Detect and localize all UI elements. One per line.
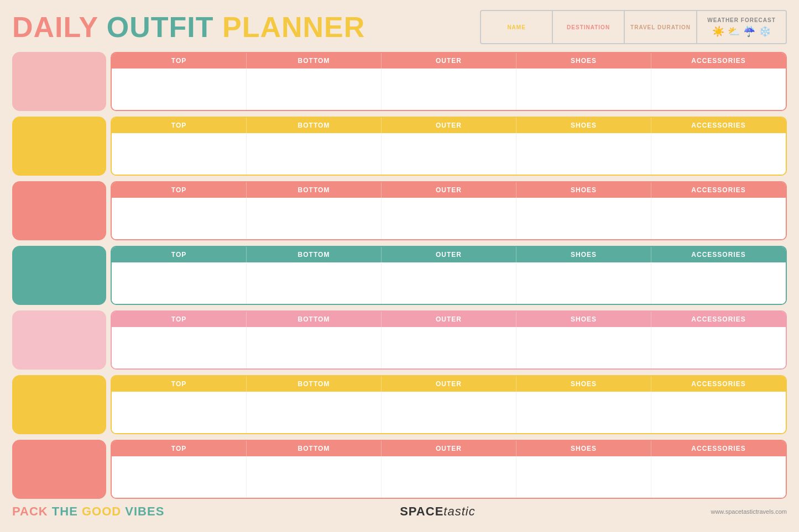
name-cell[interactable]: NAME [481, 11, 553, 43]
col-shoes-2: SHOES [516, 118, 651, 133]
outfit-body-3 [112, 198, 786, 239]
col-bottom-4: BOTTOM [247, 247, 382, 262]
weather-icons: ☀️ ⛅ ☔ ❄️ [712, 25, 771, 38]
body-top-1[interactable] [112, 69, 247, 110]
col-outer-3: OUTER [382, 182, 516, 198]
body-accessories-3[interactable] [651, 198, 786, 239]
outfit-body-5 [112, 327, 786, 368]
body-bottom-2[interactable] [247, 133, 382, 175]
brand-space: SPACE [400, 504, 443, 518]
body-outer-1[interactable] [382, 69, 516, 110]
body-top-5[interactable] [112, 327, 247, 368]
col-shoes-5: SHOES [516, 312, 651, 327]
body-shoes-5[interactable] [516, 327, 651, 368]
col-bottom-1: BOTTOM [247, 53, 382, 69]
body-outer-4[interactable] [382, 262, 516, 304]
body-accessories-5[interactable] [651, 327, 786, 368]
body-accessories-1[interactable] [651, 69, 786, 110]
body-outer-5[interactable] [382, 327, 516, 368]
weather-forecast-label: WEATHER FORECAST [707, 17, 776, 23]
body-accessories-7[interactable] [651, 456, 786, 498]
body-top-7[interactable] [112, 456, 247, 498]
body-outer-6[interactable] [382, 392, 516, 433]
outfit-header-4: TOP BOTTOM OUTER SHOES ACCESSORIES [112, 247, 786, 262]
body-bottom-7[interactable] [247, 456, 382, 498]
footer-pack: PACK [12, 504, 48, 518]
body-accessories-2[interactable] [651, 133, 786, 175]
body-shoes-4[interactable] [516, 262, 651, 304]
footer-vibes: VIBES [125, 504, 164, 518]
outfit-header-3: TOP BOTTOM OUTER SHOES ACCESSORIES [112, 182, 786, 198]
col-top-5: TOP [112, 312, 247, 327]
outfit-row-4: TOP BOTTOM OUTER SHOES ACCESSORIES [12, 246, 787, 305]
outfit-row-1: TOP BOTTOM OUTER SHOES ACCESSORIES [12, 52, 787, 111]
body-outer-7[interactable] [382, 456, 516, 498]
body-top-2[interactable] [112, 133, 247, 175]
title-outfit: OUTFIT [107, 11, 214, 43]
col-top-7: TOP [112, 441, 247, 456]
body-top-3[interactable] [112, 198, 247, 239]
outfit-header-7: TOP BOTTOM OUTER SHOES ACCESSORIES [112, 441, 786, 456]
cloud-icon: ⛅ [728, 25, 740, 38]
day-box-7 [12, 440, 106, 499]
col-outer-5: OUTER [382, 312, 516, 327]
footer-url: www.spacetastictravels.com [711, 508, 787, 515]
outfit-table-2: TOP BOTTOM OUTER SHOES ACCESSORIES [111, 117, 787, 176]
body-bottom-4[interactable] [247, 262, 382, 304]
col-top-4: TOP [112, 247, 247, 262]
footer-tagline: PACK THE GOOD VIBES [12, 504, 164, 519]
body-top-4[interactable] [112, 262, 247, 304]
body-top-6[interactable] [112, 392, 247, 433]
footer-good: GOOD [82, 504, 121, 518]
col-shoes-7: SHOES [516, 441, 651, 456]
body-shoes-1[interactable] [516, 69, 651, 110]
body-shoes-7[interactable] [516, 456, 651, 498]
body-accessories-6[interactable] [651, 392, 786, 433]
col-top-1: TOP [112, 53, 247, 69]
outfit-header-6: TOP BOTTOM OUTER SHOES ACCESSORIES [112, 376, 786, 392]
outfit-table-5: TOP BOTTOM OUTER SHOES ACCESSORIES [111, 310, 787, 370]
col-shoes-3: SHOES [516, 182, 651, 198]
outfit-table-3: TOP BOTTOM OUTER SHOES ACCESSORIES [111, 181, 787, 240]
col-top-2: TOP [112, 118, 247, 133]
outfit-row-5: TOP BOTTOM OUTER SHOES ACCESSORIES [12, 310, 787, 370]
outfit-body-6 [112, 392, 786, 433]
body-shoes-6[interactable] [516, 392, 651, 433]
sun-icon: ☀️ [712, 25, 724, 38]
day-box-2 [12, 117, 106, 176]
body-shoes-3[interactable] [516, 198, 651, 239]
col-accessories-4: ACCESSORIES [651, 247, 786, 262]
body-bottom-3[interactable] [247, 198, 382, 239]
col-outer-4: OUTER [382, 247, 516, 262]
destination-cell[interactable]: DESTINATION [553, 11, 625, 43]
outfit-body-1 [112, 69, 786, 110]
col-outer-6: OUTER [382, 376, 516, 392]
outfit-body-4 [112, 262, 786, 304]
body-bottom-5[interactable] [247, 327, 382, 368]
col-accessories-1: ACCESSORIES [651, 53, 786, 69]
title-planner: PLANNER [222, 11, 365, 43]
brand-tastic: tastic [443, 504, 475, 518]
day-box-5 [12, 310, 106, 370]
col-outer-1: OUTER [382, 53, 516, 69]
body-outer-3[interactable] [382, 198, 516, 239]
col-outer-2: OUTER [382, 118, 516, 133]
body-outer-2[interactable] [382, 133, 516, 175]
col-accessories-5: ACCESSORIES [651, 312, 786, 327]
body-bottom-1[interactable] [247, 69, 382, 110]
col-outer-7: OUTER [382, 441, 516, 456]
snow-icon: ❄️ [759, 25, 771, 38]
body-accessories-4[interactable] [651, 262, 786, 304]
page-footer: PACK THE GOOD VIBES SPACEtastic www.spac… [12, 504, 787, 519]
trip-info-box: NAME DESTINATION TRAVEL DURATION WEATHER… [480, 10, 787, 44]
outfit-row-3: TOP BOTTOM OUTER SHOES ACCESSORIES [12, 181, 787, 240]
travel-duration-cell[interactable]: TRAVEL DURATION [625, 11, 697, 43]
body-shoes-2[interactable] [516, 133, 651, 175]
body-bottom-6[interactable] [247, 392, 382, 433]
col-shoes-1: SHOES [516, 53, 651, 69]
col-bottom-5: BOTTOM [247, 312, 382, 327]
col-top-3: TOP [112, 182, 247, 198]
weather-forecast-cell[interactable]: WEATHER FORECAST ☀️ ⛅ ☔ ❄️ [697, 11, 786, 43]
destination-label: DESTINATION [567, 24, 610, 30]
day-box-6 [12, 375, 106, 434]
